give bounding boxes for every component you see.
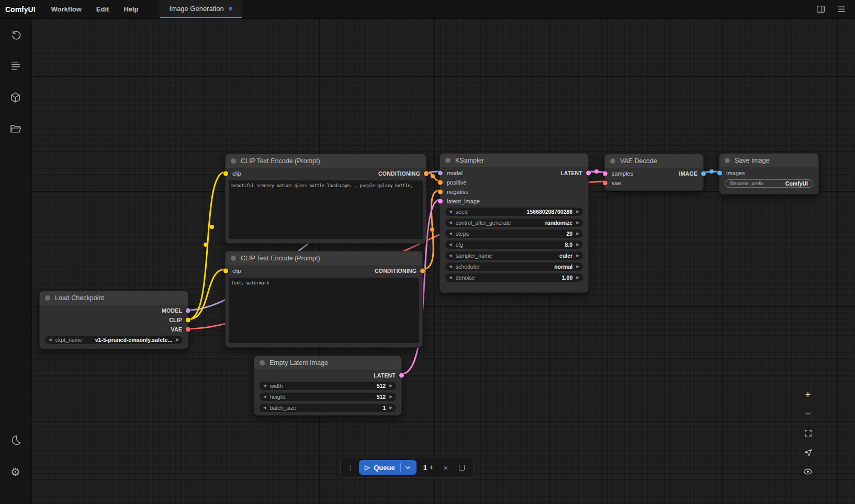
theme-toggle-moon-icon[interactable] <box>9 434 22 446</box>
workflows-folder-icon[interactable] <box>9 122 22 135</box>
widget-scheduler[interactable]: ◀ scheduler normal ▶ <box>445 262 583 271</box>
decrement-arrow-icon[interactable]: ◀ <box>449 243 452 247</box>
output-port-conditioning[interactable] <box>424 171 429 176</box>
increment-arrow-icon[interactable]: ▶ <box>176 338 179 342</box>
widget-height[interactable]: ◀ height 512 ▶ <box>260 393 396 401</box>
collapse-dot[interactable] <box>610 158 615 164</box>
decrement-arrow-icon[interactable]: ◀ <box>449 276 452 280</box>
panel-toggle-icon[interactable] <box>815 4 826 15</box>
decrement-arrow-icon[interactable]: ◀ <box>449 210 452 214</box>
decrement-arrow-icon[interactable]: ◀ <box>449 232 452 236</box>
widget-steps[interactable]: ◀ steps 20 ▶ <box>445 230 583 238</box>
node-header[interactable]: Save Image <box>719 154 818 167</box>
output-port-model[interactable] <box>186 308 190 313</box>
stop-icon[interactable] <box>456 462 468 473</box>
decrement-arrow-icon[interactable]: ◀ <box>449 265 452 269</box>
node-library-icon[interactable] <box>9 60 22 72</box>
menu-workflow[interactable]: Workflow <box>44 0 89 18</box>
node-vae-decode[interactable]: VAE Decode samples IMAGE vae <box>604 154 704 191</box>
input-port-clip[interactable] <box>223 269 228 273</box>
increment-arrow-icon[interactable]: ▶ <box>389 395 392 399</box>
increment-arrow-icon[interactable]: ▶ <box>576 210 579 214</box>
input-port-images[interactable] <box>717 171 722 176</box>
output-port-conditioning[interactable] <box>420 269 425 273</box>
increment-arrow-icon[interactable]: ▶ <box>576 243 579 247</box>
node-load-checkpoint[interactable]: Load Checkpoint MODEL CLIP VAE ◀ ckpt_na… <box>39 291 188 349</box>
widget-batch-size[interactable]: ◀ batch_size 1 ▶ <box>260 404 396 412</box>
clear-queue-icon[interactable]: × <box>440 462 452 473</box>
node-header[interactable]: CLIP Text Encode (Prompt) <box>226 154 426 168</box>
workflow-history-icon[interactable] <box>9 28 22 41</box>
node-header[interactable]: Empty Latent Image <box>254 356 401 370</box>
select-mode-icon[interactable] <box>802 446 814 459</box>
chevron-down-icon[interactable] <box>405 465 411 471</box>
input-port-positive[interactable] <box>438 180 443 185</box>
input-port-model[interactable] <box>438 171 443 176</box>
settings-gear-icon[interactable]: ⚙ <box>9 465 22 478</box>
app-logo[interactable]: ComfyUI <box>0 0 44 18</box>
increment-arrow-icon[interactable]: ▶ <box>389 406 392 410</box>
increment-arrow-icon[interactable]: ▶ <box>389 384 392 388</box>
node-header[interactable]: VAE Decode <box>605 154 703 168</box>
zoom-out-icon[interactable]: − <box>802 407 814 420</box>
tab-image-generation[interactable]: Image Generation <box>160 0 242 18</box>
batch-count-stepper[interactable]: 1 ▲ ▼ <box>421 464 435 472</box>
increment-arrow-icon[interactable]: ▶ <box>576 254 579 258</box>
input-port-samples[interactable] <box>603 171 608 176</box>
widget-sampler-name[interactable]: ◀ sampler_name euler ▶ <box>445 251 583 260</box>
model-library-icon[interactable] <box>9 91 22 104</box>
fit-view-icon[interactable] <box>802 427 814 439</box>
input-port-latent-image[interactable] <box>438 199 443 204</box>
widget-filename-prefix[interactable]: filename_prefix ComfyUI <box>725 179 813 188</box>
widget-denoise[interactable]: ◀ denoise 1.00 ▶ <box>445 273 583 282</box>
zoom-in-icon[interactable]: + <box>802 388 814 400</box>
output-port-vae[interactable] <box>186 327 190 332</box>
node-clip-text-encode-positive[interactable]: CLIP Text Encode (Prompt) clip CONDITION… <box>225 154 426 244</box>
decrement-arrow-icon[interactable]: ◀ <box>449 254 452 258</box>
menu-help[interactable]: Help <box>116 0 145 18</box>
menu-edit[interactable]: Edit <box>89 0 117 18</box>
decrement-arrow-icon[interactable]: ◀ <box>449 221 452 225</box>
node-empty-latent-image[interactable]: Empty Latent Image LATENT ◀ width 512 ▶ … <box>254 356 402 416</box>
increment-arrow-icon[interactable]: ▶ <box>576 265 579 269</box>
output-port-latent[interactable] <box>399 373 404 378</box>
decrement-arrow-icon[interactable]: ◀ <box>263 384 266 388</box>
node-header[interactable]: CLIP Text Encode (Prompt) <box>226 251 422 265</box>
output-port-latent[interactable] <box>586 171 591 176</box>
collapse-dot[interactable] <box>45 295 50 301</box>
widget-seed[interactable]: ◀ seed 156680208700286 ▶ <box>445 208 583 216</box>
node-header[interactable]: Load Checkpoint <box>40 291 188 305</box>
widget-width[interactable]: ◀ width 512 ▶ <box>260 382 396 390</box>
input-port-negative[interactable] <box>438 190 443 194</box>
widget-control-after-generate[interactable]: ◀ control_after_generate randomize ▶ <box>445 219 583 227</box>
drag-handle-icon[interactable]: ⋮ <box>346 464 354 472</box>
widget-ckpt-name[interactable]: ◀ ckpt_name v1-5-pruned-emaonly.safete..… <box>45 336 183 344</box>
node-header[interactable]: KSampler <box>440 154 588 167</box>
prompt-textarea[interactable]: beautiful scenery nature glass bottle la… <box>229 180 423 239</box>
decrement-arrow-icon[interactable]: ◀ <box>49 338 52 342</box>
hamburger-menu-icon[interactable] <box>836 4 847 15</box>
collapse-dot[interactable] <box>231 158 236 164</box>
increment-arrow-icon[interactable]: ▶ <box>576 276 579 280</box>
node-save-image[interactable]: Save Image images filename_prefix ComfyU… <box>719 153 819 194</box>
queue-button[interactable]: ▷ Queue <box>359 460 417 475</box>
input-port-clip[interactable] <box>223 171 228 176</box>
node-clip-text-encode-negative[interactable]: CLIP Text Encode (Prompt) clip CONDITION… <box>225 251 423 348</box>
decrement-arrow-icon[interactable]: ◀ <box>263 406 266 410</box>
graph-canvas[interactable]: Load Checkpoint MODEL CLIP VAE ◀ ckpt_na… <box>31 19 855 504</box>
toggle-link-visibility-eye-icon[interactable] <box>802 465 814 478</box>
node-ksampler[interactable]: KSampler model LATENT positive negative … <box>440 153 589 293</box>
collapse-dot[interactable] <box>445 158 451 163</box>
collapse-dot[interactable] <box>725 158 730 163</box>
increment-arrow-icon[interactable]: ▶ <box>576 221 579 225</box>
stepper-down-icon[interactable]: ▼ <box>430 467 433 469</box>
decrement-arrow-icon[interactable]: ◀ <box>263 395 266 399</box>
prompt-textarea[interactable]: text, watermark <box>229 278 419 343</box>
input-port-vae[interactable] <box>603 181 608 186</box>
batch-count-value[interactable]: 1 <box>423 464 427 472</box>
collapse-dot[interactable] <box>260 360 265 365</box>
output-port-clip[interactable] <box>186 318 190 323</box>
collapse-dot[interactable] <box>231 256 236 261</box>
increment-arrow-icon[interactable]: ▶ <box>576 232 579 236</box>
output-port-image[interactable] <box>701 171 706 176</box>
